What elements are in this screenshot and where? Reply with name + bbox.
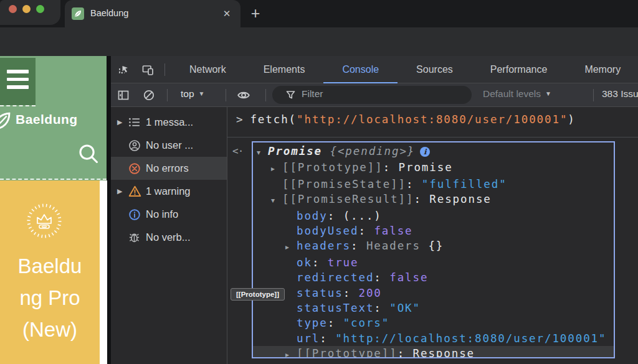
- console-text-segment: [[Prototype]]: [297, 347, 398, 358]
- sidebar-item-label: 1 messa...: [146, 116, 193, 128]
- console-sidebar-item-bug[interactable]: No verb...: [111, 226, 227, 249]
- devtools-tab-network[interactable]: Network: [171, 56, 245, 83]
- console-object-row[interactable]: url: "http://localhost:8080/user/100001": [253, 331, 614, 346]
- console-object-row[interactable]: statusText: "OK": [253, 301, 614, 315]
- new-tab-button[interactable]: +: [247, 5, 264, 22]
- console-text-segment: "fulfilled": [422, 178, 507, 190]
- console-object-row[interactable]: redirected: false: [253, 270, 614, 285]
- hamburger-menu-button[interactable]: [0, 58, 36, 105]
- chevron-down-icon: ▼: [545, 90, 551, 97]
- baeldung-pro-banner[interactable]: Baeldu ng Pro (New): [0, 180, 100, 364]
- maximize-window-button[interactable]: [36, 5, 44, 13]
- console-text-segment: :: [398, 347, 413, 358]
- console-text-segment: :: [383, 161, 399, 174]
- console-object-row[interactable]: ▸[[Prototype]]: Response: [253, 346, 614, 358]
- console-text-segment: status: [297, 287, 343, 299]
- console-object-row[interactable]: [[PromiseState]]: "fulfilled": [253, 177, 614, 192]
- console-text-segment: statusText: [297, 302, 374, 314]
- baeldung-pro-text: Baeldu ng Pro (New): [0, 250, 100, 345]
- console-text-segment: [[Prototype]]: [282, 161, 383, 174]
- sidebar-item-label: No info: [146, 208, 178, 220]
- console-object-row[interactable]: status: 200: [253, 286, 614, 301]
- console-sidebar-item-info[interactable]: No info: [111, 203, 227, 226]
- console-text-segment: :: [312, 256, 328, 269]
- minimize-window-button[interactable]: [22, 5, 31, 13]
- expand-arrow-icon[interactable]: ▾: [271, 193, 282, 208]
- evaluated-info-icon[interactable]: i: [420, 147, 430, 157]
- user-icon: [128, 139, 146, 152]
- site-logo-text[interactable]: Baeldung: [16, 112, 78, 127]
- browser-toolbar: https://www.baeldung.com: [0, 27, 638, 56]
- console-object-row[interactable]: ▾[[PromiseResult]]: Response: [253, 192, 614, 208]
- console-command-echo[interactable]: >fetch("http://localhost:8080/user/10000…: [227, 107, 638, 138]
- console-text-segment: :: [328, 317, 343, 329]
- devtools-tab-performance[interactable]: Performance: [472, 56, 566, 83]
- console-text-segment: true: [328, 256, 359, 269]
- console-object-row[interactable]: ▸headers: Headers {}: [253, 238, 614, 254]
- screen: Baeldung ✕ + https://www.baeldung.com: [0, 0, 638, 364]
- log-levels-dropdown[interactable]: Default levels▼: [483, 88, 551, 100]
- devtools-tab-elements[interactable]: Elements: [245, 56, 324, 83]
- console-sidebar-item-list[interactable]: ▶1 messa...: [111, 111, 227, 134]
- console-text-segment: Response: [413, 347, 475, 358]
- device-toolbar-icon[interactable]: [141, 63, 155, 77]
- search-icon[interactable]: [79, 144, 99, 167]
- close-window-button[interactable]: [9, 5, 17, 13]
- divider: [164, 63, 165, 76]
- console-object-row[interactable]: ▸[[Prototype]]: Promise: [253, 160, 614, 176]
- console-filter-input[interactable]: Filter: [272, 86, 472, 104]
- expand-arrow-icon[interactable]: ▶: [117, 118, 128, 126]
- window-controls: [0, 0, 60, 25]
- tab-close-icon[interactable]: ✕: [221, 7, 233, 20]
- expand-arrow-icon[interactable]: ▸: [285, 240, 297, 254]
- console-sidebar-item-user[interactable]: No user ...: [111, 134, 227, 157]
- devtools-panel: NetworkElementsConsoleSourcesPerformance…: [111, 56, 638, 364]
- console-sidebar-toggle-icon[interactable]: [117, 88, 130, 102]
- sidebar-item-label: No errors: [146, 162, 189, 174]
- devtools-tab-console[interactable]: Console: [323, 56, 398, 83]
- pro-line: Baeldu: [0, 250, 100, 282]
- console-text-segment: :: [320, 332, 335, 345]
- live-expression-eye-icon[interactable]: [237, 88, 250, 102]
- list-icon: [128, 116, 146, 128]
- prototype-tooltip: [[Prototype]]: [231, 288, 285, 301]
- site-header-green: Baeldung: [0, 56, 107, 180]
- console-text-segment: :: [406, 178, 422, 190]
- expand-arrow-icon[interactable]: ▸: [285, 347, 297, 358]
- expand-arrow-icon[interactable]: ▶: [117, 187, 128, 195]
- console-object-row[interactable]: ▾Promise {<pending>}i: [253, 144, 614, 160]
- console-object-row[interactable]: body: (...): [253, 208, 614, 223]
- expand-arrow-icon[interactable]: ▸: [271, 161, 282, 176]
- console-text-segment: Promise: [268, 145, 322, 157]
- devtools-tab-memory[interactable]: Memory: [566, 56, 638, 83]
- clear-console-icon[interactable]: [142, 88, 156, 102]
- browser-tab[interactable]: Baeldung ✕: [65, 0, 240, 27]
- execution-context-selector[interactable]: top▼: [181, 88, 204, 100]
- inspect-element-icon[interactable]: [117, 63, 130, 77]
- console-text-segment: :: [414, 193, 429, 205]
- console-sidebar-item-warning[interactable]: ▶1 warning: [111, 180, 227, 203]
- console-sidebar-item-error[interactable]: No errors: [111, 157, 227, 180]
- console-object-tree[interactable]: ▾Promise {<pending>}i▸[[Prototype]]: Pro…: [252, 141, 615, 358]
- console-text-segment: (...): [343, 210, 382, 222]
- expand-arrow-icon[interactable]: ▾: [257, 145, 268, 160]
- issues-counter[interactable]: 383 Issues: [602, 88, 638, 100]
- selection-dashes: [0, 179, 107, 180]
- divider: [593, 89, 594, 101]
- info-icon: [128, 208, 146, 221]
- console-text-segment: :: [374, 271, 389, 284]
- console-sidebar: ▶1 messa...No user ...No errors▶1 warnin…: [111, 107, 227, 364]
- console-object-row[interactable]: type: "cors": [253, 315, 614, 330]
- console-text-segment: [322, 145, 330, 157]
- bug-icon: [128, 231, 146, 243]
- console-object-row[interactable]: bodyUsed: false: [253, 223, 614, 238]
- console-text-segment: bodyUsed: [297, 225, 359, 237]
- console-prompt: >: [236, 113, 244, 126]
- devtools-tab-sources[interactable]: Sources: [398, 56, 472, 83]
- console-text-segment: Response: [429, 193, 492, 205]
- console-text-segment: ): [568, 113, 575, 126]
- hamburger-bar: [7, 70, 29, 73]
- console-object-row[interactable]: ok: true: [253, 255, 614, 270]
- console-text-segment: body: [297, 210, 328, 222]
- console-text-segment: headers: [297, 240, 351, 252]
